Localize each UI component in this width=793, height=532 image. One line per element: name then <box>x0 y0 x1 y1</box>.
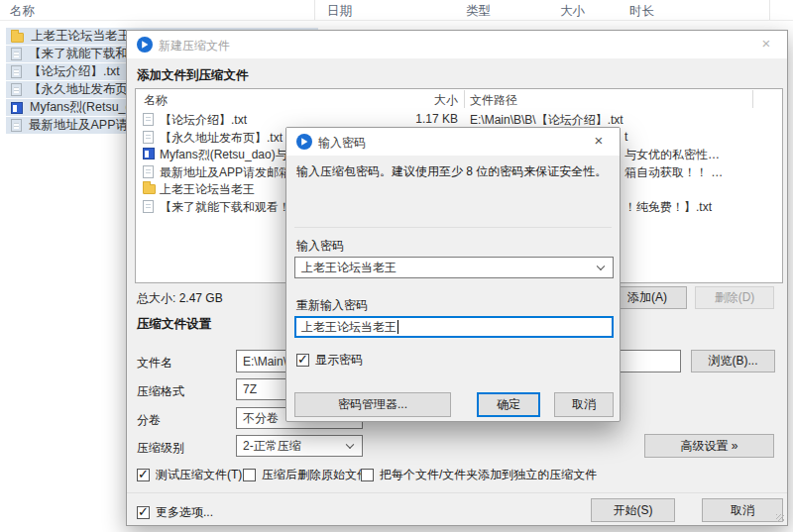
column-name[interactable]: 名称 <box>10 3 35 20</box>
file-size: 1.17 KB <box>379 112 458 126</box>
folder-icon <box>143 184 156 194</box>
column-path[interactable]: 文件路径 <box>470 92 517 109</box>
checkbox-icon[interactable] <box>361 469 374 481</box>
dialog-title: 新建压缩文件 <box>159 38 230 54</box>
file-name: 上老王论坛当老王 <box>160 181 255 198</box>
column-size[interactable]: 大小 <box>560 3 585 20</box>
txt-icon <box>11 119 22 132</box>
dialog-titlebar[interactable]: 输入密码 × <box>286 128 620 156</box>
delete-button: 删除(D) <box>695 286 774 309</box>
txt-icon <box>143 200 154 213</box>
bandizip-app-icon <box>137 37 153 53</box>
level-label: 压缩级别 <box>137 440 184 457</box>
checkbox-icon[interactable] <box>243 469 256 481</box>
txt-icon <box>143 165 154 178</box>
password-combobox[interactable]: 上老王论坛当老王 <box>294 257 614 278</box>
start-button[interactable]: 开始(S) <box>591 498 675 522</box>
file-name: 【论坛介绍】.txt <box>160 112 247 129</box>
reenter-password-input[interactable]: 上老王论坛当老王 <box>294 316 614 338</box>
checkbox-icon[interactable] <box>296 354 309 367</box>
section-settings-label: 压缩文件设置 <box>137 316 211 333</box>
screen: 名称 日期 类型 大小 时长 上老王论坛当老王【来了就能下载和观看【论坛介绍】.… <box>0 0 793 532</box>
chevron-down-icon <box>346 441 354 449</box>
checkbox-label: 更多选项... <box>156 504 213 521</box>
explorer-column-header: 名称 日期 类型 大小 时长 <box>0 0 793 21</box>
column-size[interactable]: 大小 <box>379 92 458 109</box>
checkbox-icon[interactable] <box>137 506 150 519</box>
filename-value: E:\Main\ <box>243 355 286 369</box>
dialog-titlebar[interactable]: 新建压缩文件 × <box>127 31 787 58</box>
file-name: 上老王论坛当老王 <box>31 28 130 45</box>
total-size-label: 总大小: 2.47 GB <box>137 290 223 307</box>
password-manager-button[interactable]: 密码管理器... <box>294 392 451 417</box>
checkbox-label: 显示密码 <box>315 352 363 369</box>
txt-icon <box>11 48 22 60</box>
volume-value: 不分卷 <box>243 410 279 427</box>
txt-icon <box>11 65 22 78</box>
file-name: 【永久地址发布页】.txt <box>160 130 283 147</box>
test-archive-checkbox[interactable]: 测试压缩文件(T) <box>137 467 242 483</box>
file-path: ！纯免费！】.txt <box>624 199 712 216</box>
password-hint-text: 输入压缩包密码。建议使用至少 8 位的密码来保证安全性。 <box>296 163 614 180</box>
column-divider <box>314 0 315 20</box>
close-icon[interactable]: × <box>578 128 620 156</box>
cancel-button[interactable]: 取消 <box>702 498 783 522</box>
checkbox-label: 压缩后删除原始文件 <box>262 467 369 483</box>
folder-icon <box>11 33 24 43</box>
divider <box>294 227 612 228</box>
level-value: 2-正常压缩 <box>243 438 301 455</box>
close-icon[interactable]: × <box>745 31 787 58</box>
text-cursor <box>397 320 398 334</box>
checkbox-icon[interactable] <box>137 469 150 481</box>
file-name: 【论坛介绍】.txt <box>29 63 120 80</box>
chevron-down-icon[interactable] <box>597 263 605 270</box>
table-row[interactable]: 【论坛介绍】.txt1.17 KBE:\Main\B\B\【论坛介绍】.txt <box>136 111 782 128</box>
section-add-files-label: 添加文件到压缩文件 <box>137 67 249 84</box>
checkbox-label: 把每个文件/文件夹添加到独立的压缩文件 <box>380 467 597 483</box>
media-icon <box>143 148 155 160</box>
password-value: 上老王论坛当老王 <box>301 260 396 276</box>
media-icon <box>11 102 23 114</box>
password-dialog: 输入密码 × 输入压缩包密码。建议使用至少 8 位的密码来保证安全性。 输入密码… <box>285 127 621 422</box>
file-path: t <box>624 130 627 144</box>
filename-label: 文件名 <box>137 355 172 372</box>
format-value: 7Z <box>243 382 257 396</box>
column-type[interactable]: 类型 <box>466 3 491 20</box>
file-path: 箱自动获取！！ … <box>624 164 723 181</box>
resize-grip[interactable] <box>776 514 784 522</box>
column-divider <box>769 0 770 20</box>
column-duration[interactable]: 时长 <box>629 3 654 20</box>
format-label: 压缩格式 <box>137 383 184 400</box>
delete-after-checkbox[interactable]: 压缩后删除原始文件 <box>243 467 369 483</box>
dialog-title: 输入密码 <box>318 135 366 152</box>
txt-icon <box>143 113 154 126</box>
reenter-password-label: 重新输入密码 <box>296 297 368 314</box>
cancel-button[interactable]: 取消 <box>554 392 614 417</box>
column-divider <box>464 90 465 108</box>
browse-button[interactable]: 浏览(B)... <box>691 350 775 372</box>
ok-button[interactable]: 确定 <box>477 392 540 417</box>
separate-archive-checkbox[interactable]: 把每个文件/文件夹添加到独立的压缩文件 <box>361 467 597 483</box>
advanced-settings-button[interactable]: 高级设置 » <box>644 434 774 458</box>
reenter-password-value: 上老王论坛当老王 <box>301 319 396 336</box>
bandizip-app-icon <box>296 134 312 150</box>
archive-list-header: 名称 大小 文件路径 <box>136 89 782 109</box>
column-divider <box>752 90 753 108</box>
checkbox-label: 测试压缩文件(T) <box>156 467 242 483</box>
column-name[interactable]: 名称 <box>144 92 168 109</box>
show-password-checkbox[interactable]: 显示密码 <box>296 352 363 369</box>
level-select[interactable]: 2-正常压缩 <box>236 435 363 457</box>
divider <box>127 492 787 493</box>
txt-icon <box>143 131 154 144</box>
more-options-checkbox[interactable]: 更多选项... <box>137 504 213 521</box>
enter-password-label: 输入密码 <box>296 238 344 255</box>
column-date[interactable]: 日期 <box>327 3 352 20</box>
volume-label: 分卷 <box>137 412 161 429</box>
file-path: 与女优的私密性… <box>624 147 720 163</box>
txt-icon <box>11 83 22 96</box>
